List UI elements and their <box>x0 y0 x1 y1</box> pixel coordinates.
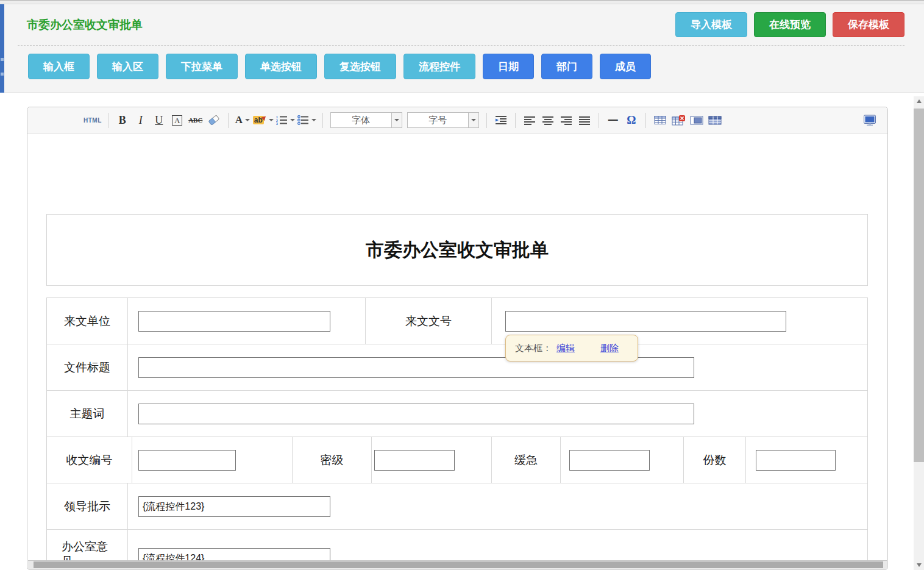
tooltip-edit-link[interactable]: 编辑 <box>556 343 575 354</box>
label-receipt-number: 收文编号 <box>47 437 132 483</box>
toolbar-separator <box>108 113 108 128</box>
bold-icon[interactable]: B <box>115 112 130 129</box>
font-size-dropdown-button[interactable] <box>468 113 478 127</box>
add-dropdown-button[interactable]: 下拉菜单 <box>166 54 238 79</box>
label-urgency: 缓急 <box>492 437 561 483</box>
header-panel: 市委办公室收文审批单 导入模板 在线预览 保存模板 输入框 输入区 下拉菜单 单… <box>4 4 924 93</box>
add-textarea-button[interactable]: 输入区 <box>97 54 158 79</box>
strip-mark <box>1 58 4 61</box>
table-row-laiwen: 来文单位 来文文号 <box>47 298 867 344</box>
strikethrough-icon[interactable]: ABC <box>188 112 204 129</box>
insert-table-icon[interactable] <box>652 112 668 129</box>
page-title: 市委办公室收文审批单 <box>27 17 143 33</box>
vertical-scrollbar[interactable] <box>914 96 924 570</box>
import-template-button[interactable]: 导入模板 <box>675 12 747 37</box>
table-row-leader-comments: 领导批示 {流程控件123} <box>47 483 867 530</box>
underline-icon[interactable]: U <box>151 112 167 129</box>
add-radio-button[interactable]: 单选按钮 <box>245 54 317 79</box>
editor-toolbar: HTML B I U A ABC A ab 1 2 3 <box>27 107 887 134</box>
incoming-unit-input[interactable] <box>138 311 330 332</box>
form-title: 市委办公室收文审批单 <box>366 238 549 263</box>
special-character-omega-icon[interactable]: Ω <box>624 112 639 129</box>
control-buttons-row: 输入框 输入区 下拉菜单 单选按钮 复选按钮 流程控件 日期 部门 成员 <box>4 54 924 79</box>
triangle-down-icon <box>917 563 922 567</box>
strip-mark <box>1 73 4 76</box>
label-document-title: 文件标题 <box>47 344 128 390</box>
add-input-box-button[interactable]: 输入框 <box>28 54 90 79</box>
horizontal-scrollbar[interactable] <box>28 560 887 569</box>
add-checkbox-button[interactable]: 复选按钮 <box>324 54 396 79</box>
tooltip-target-label: 文本框： <box>515 343 552 354</box>
cell-properties-icon[interactable] <box>689 112 705 129</box>
fullscreen-monitor-icon[interactable] <box>862 112 878 129</box>
secrecy-level-input[interactable] <box>374 450 455 471</box>
header-title-row: 市委办公室收文审批单 导入模板 在线预览 保存模板 <box>18 4 904 46</box>
font-size-select[interactable]: 字号 <box>407 112 479 128</box>
table-row-subject: 主题词 <box>47 391 867 437</box>
font-family-dropdown-button[interactable] <box>391 113 402 127</box>
add-member-button[interactable]: 成员 <box>600 54 651 79</box>
left-blue-strip <box>0 4 4 93</box>
label-subject-words: 主题词 <box>47 391 128 436</box>
align-justify-icon[interactable] <box>577 112 592 129</box>
form-title-box: 市委办公室收文审批单 <box>46 214 868 286</box>
table-row-title: 文件标题 <box>47 344 867 391</box>
toolbar-separator <box>515 113 516 128</box>
caret-down-icon <box>394 119 399 121</box>
caret-down-icon <box>245 119 250 121</box>
ordered-list-icon[interactable]: 1 2 3 <box>276 112 295 129</box>
html-source-icon[interactable]: HTML <box>84 112 102 129</box>
online-preview-button[interactable]: 在线预览 <box>754 12 826 37</box>
delete-table-icon[interactable] <box>670 112 686 129</box>
caret-down-icon <box>471 119 476 121</box>
table-properties-icon[interactable] <box>707 112 723 129</box>
incoming-doc-number-input[interactable] <box>505 311 786 332</box>
copies-input[interactable] <box>756 450 836 471</box>
urgency-input[interactable] <box>569 450 650 471</box>
toolbar-separator <box>322 113 323 128</box>
scroll-up-arrow[interactable] <box>914 96 924 106</box>
indent-icon[interactable] <box>493 112 509 129</box>
rich-text-editor: HTML B I U A ABC A ab 1 2 3 <box>27 107 888 570</box>
font-family-select[interactable]: 字体 <box>330 112 402 128</box>
label-copies: 份数 <box>684 437 746 483</box>
label-leader-comments: 领导批示 <box>47 483 128 529</box>
table-row-receipt-number: 收文编号 密级 缓急 份数 <box>47 437 867 483</box>
char-border-icon[interactable]: A <box>169 112 185 129</box>
caret-down-icon <box>290 119 295 121</box>
unordered-list-icon[interactable] <box>297 112 316 129</box>
subject-words-input[interactable] <box>138 404 694 424</box>
textbox-hover-tooltip: 文本框： 编辑 删除 <box>505 335 638 362</box>
highlight-color-icon[interactable]: ab <box>253 112 274 129</box>
vertical-scrollbar-thumb[interactable] <box>914 109 924 462</box>
triangle-up-icon <box>917 99 922 103</box>
form-table: 来文单位 来文文号 文件标题 主题词 收文编号 密级 <box>46 297 868 569</box>
horizontal-scrollbar-thumb[interactable] <box>34 561 883 568</box>
align-left-icon[interactable] <box>522 112 538 129</box>
align-right-icon[interactable] <box>558 112 574 129</box>
toolbar-separator <box>645 113 646 128</box>
scroll-down-arrow[interactable] <box>914 560 924 570</box>
italic-icon[interactable]: I <box>133 112 149 129</box>
receipt-number-input[interactable] <box>138 450 236 471</box>
caret-down-icon <box>311 119 316 121</box>
remove-format-eraser-icon[interactable] <box>206 112 222 129</box>
save-template-button[interactable]: 保存模板 <box>833 12 904 37</box>
add-date-button[interactable]: 日期 <box>483 54 534 79</box>
window-top-edge <box>0 0 924 4</box>
editor-canvas[interactable]: 市委办公室收文审批单 来文单位 来文文号 文件标题 主题词 <box>28 134 887 569</box>
toolbar-separator <box>599 113 599 128</box>
label-incoming-unit: 来文单位 <box>47 298 128 344</box>
font-color-icon[interactable]: A <box>235 112 251 129</box>
svg-text:3: 3 <box>276 122 278 125</box>
horizontal-rule-icon[interactable]: — <box>605 112 621 129</box>
toolbar-separator <box>486 113 487 128</box>
tooltip-delete-link[interactable]: 删除 <box>600 343 619 354</box>
label-secrecy-level: 密级 <box>293 437 372 483</box>
align-center-icon[interactable] <box>540 112 556 129</box>
add-flow-control-button[interactable]: 流程控件 <box>403 54 475 79</box>
caret-down-icon <box>269 119 274 121</box>
add-department-button[interactable]: 部门 <box>541 54 592 79</box>
leader-comments-input[interactable]: {流程控件123} <box>138 496 330 517</box>
toolbar-separator <box>228 113 229 128</box>
